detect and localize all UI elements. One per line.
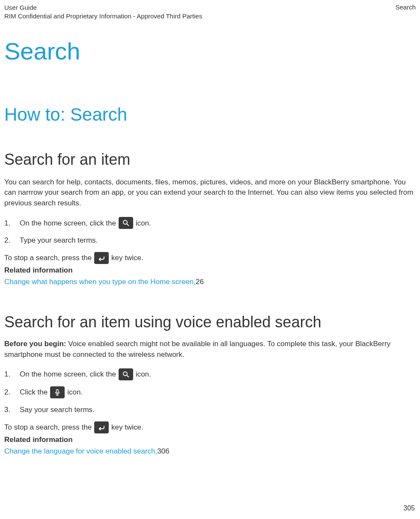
subsection-2-heading: Search for an item using voice enabled s…: [4, 313, 416, 331]
subsection-2-steps: On the home screen, click the icon. Clic…: [4, 368, 416, 415]
svg-line-3: [127, 375, 129, 377]
microphone-icon: [50, 386, 65, 398]
before-you-begin: Before you begin: Voice enabled search m…: [4, 339, 416, 360]
step-1-text-b: icon.: [136, 218, 151, 229]
related-label: Related information: [4, 265, 416, 276]
back-icon: [94, 421, 109, 433]
before-label: Before you begin:: [4, 340, 66, 348]
s2-step1-b: icon.: [136, 369, 151, 380]
s2-step2-b: icon.: [67, 387, 83, 398]
header-left: User Guide RIM Confidential and Propriet…: [4, 3, 202, 21]
svg-point-0: [123, 220, 127, 224]
search-icon: [119, 368, 133, 380]
subsection-1-footer: To stop a search, press the key twice. R…: [4, 252, 416, 288]
s2-step-2: Click the icon.: [4, 386, 416, 398]
s2-related-link-line: Change the language for voice enabled se…: [4, 446, 416, 457]
search-icon: [119, 217, 133, 229]
related-link[interactable]: Change what happens when you type on the…: [4, 276, 196, 288]
s2-step-1: On the home screen, click the icon.: [4, 368, 416, 380]
page-title: Search: [4, 37, 416, 65]
s2-stop-b: key twice.: [111, 422, 143, 433]
svg-line-1: [127, 224, 129, 226]
related-link-page: 26: [196, 276, 204, 288]
header-confidential: RIM Confidential and Proprietary Informa…: [4, 12, 202, 21]
subsection-1-intro: You can search for help, contacts, docum…: [4, 177, 416, 209]
page-number: 305: [403, 504, 415, 512]
step-2: Type your search terms.: [4, 235, 416, 246]
header-guide: User Guide: [4, 3, 202, 12]
s2-step-3: Say your search terms.: [4, 404, 416, 415]
s2-step2-a: Click the: [20, 387, 48, 398]
subsection-1-steps: On the home screen, click the icon. Type…: [4, 217, 416, 246]
page-header: User Guide RIM Confidential and Propriet…: [4, 3, 416, 21]
related-link-line: Change what happens when you type on the…: [4, 276, 416, 288]
s2-related-link[interactable]: Change the language for voice enabled se…: [4, 446, 157, 457]
step-1-text-a: On the home screen, click the: [20, 218, 116, 229]
subsection-2-footer: To stop a search, press the key twice. R…: [4, 421, 416, 457]
subsection-1-heading: Search for an item: [4, 151, 416, 169]
s2-stop-a: To stop a search, press the: [4, 422, 92, 433]
header-section: Search: [395, 3, 416, 21]
s2-related-label: Related information: [4, 434, 416, 445]
back-icon: [94, 252, 109, 264]
s2-step1-a: On the home screen, click the: [20, 369, 116, 380]
step-1: On the home screen, click the icon.: [4, 217, 416, 229]
svg-point-2: [123, 372, 127, 376]
svg-rect-4: [57, 389, 59, 393]
stop-a: To stop a search, press the: [4, 252, 92, 264]
s2-stop-line: To stop a search, press the key twice.: [4, 421, 416, 433]
s2-related-link-page: 306: [157, 446, 169, 457]
stop-b: key twice.: [111, 252, 143, 264]
section-title: How to: Search: [4, 104, 416, 125]
stop-search-line: To stop a search, press the key twice.: [4, 252, 416, 264]
s2-step3-text: Say your search terms.: [20, 404, 95, 415]
step-2-text: Type your search terms.: [20, 235, 98, 246]
